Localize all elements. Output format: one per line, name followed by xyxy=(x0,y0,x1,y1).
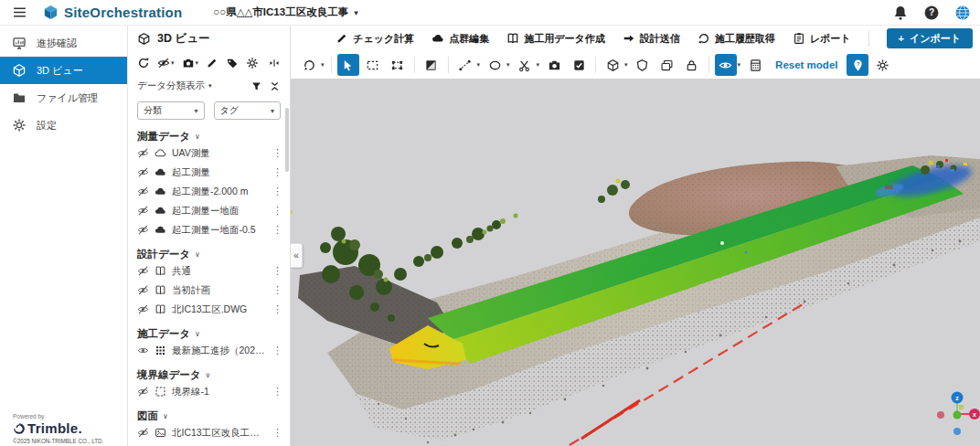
report-button[interactable]: レポート xyxy=(793,32,851,46)
tree-row[interactable]: 北IC13工区.DWG ⋮ xyxy=(137,300,284,319)
chevron-down-icon[interactable]: ▾ xyxy=(321,61,325,69)
cube-view-button[interactable] xyxy=(602,54,623,76)
construction-data-button[interactable]: 施工用データ作成 xyxy=(506,32,605,46)
eye-off-icon[interactable] xyxy=(137,303,149,315)
row-menu-icon[interactable]: ⋮ xyxy=(271,265,284,277)
collapse-all-icon[interactable] xyxy=(269,80,281,92)
polygon-select-button[interactable] xyxy=(387,54,409,76)
viewer-settings-button[interactable] xyxy=(871,54,893,76)
shield-button[interactable] xyxy=(632,54,654,76)
eye-off-icon[interactable] xyxy=(137,224,149,236)
contrast-tool-button[interactable] xyxy=(421,54,442,76)
tree-item-label: 当初計画 xyxy=(172,284,265,297)
eye-off-icon[interactable] xyxy=(137,186,149,197)
eye-off-icon[interactable] xyxy=(137,166,149,178)
import-button[interactable]: + インポート xyxy=(887,28,973,48)
layers-button[interactable] xyxy=(656,54,678,76)
row-menu-icon[interactable]: ⋮ xyxy=(271,186,284,197)
shape-tool-button[interactable] xyxy=(484,54,506,76)
tree-row[interactable]: 当初計画 ⋮ xyxy=(137,281,284,300)
row-menu-icon[interactable]: ⋮ xyxy=(271,205,284,217)
refresh-icon[interactable] xyxy=(137,57,150,69)
tree-section-drawings[interactable]: 図面 ∨ xyxy=(137,409,284,423)
panel-resize-icon[interactable] xyxy=(268,57,281,69)
chevron-down-icon[interactable]: ▾ xyxy=(537,61,540,69)
tag-icon[interactable] xyxy=(226,57,239,69)
app-logo[interactable]: SiteOrchestration xyxy=(42,4,182,21)
chevron-down-icon[interactable]: ▾ xyxy=(477,61,481,69)
tag-select[interactable]: タグ ▾ xyxy=(214,101,282,120)
tree-section-boundary[interactable]: 境界線データ ∨ xyxy=(137,368,284,382)
eye-icon[interactable] xyxy=(137,345,149,356)
eye-off-icon[interactable] xyxy=(137,427,149,439)
tree-row[interactable]: 北IC13工区改良工事-背景図 ⋮ xyxy=(137,423,284,442)
point-cloud-edit-button[interactable]: 点群編集 xyxy=(431,32,489,46)
rectangle-select-button[interactable] xyxy=(362,54,384,76)
notifications-bell-icon[interactable] xyxy=(892,5,909,21)
history-fetch-button[interactable]: 施工履歴取得 xyxy=(698,32,775,46)
tree-row[interactable]: 起工測量 ⋮ xyxy=(137,163,284,182)
tree-section-design[interactable]: 設計データ ∨ xyxy=(137,248,284,261)
sidebar-item-settings[interactable]: 設定 xyxy=(0,112,127,139)
row-menu-icon[interactable]: ⋮ xyxy=(271,303,284,315)
sidebar-item-progress[interactable]: 進捗確認 xyxy=(0,29,127,57)
tree-row[interactable]: 起工測量ー地面 ⋮ xyxy=(137,201,284,220)
cut-tool-button[interactable] xyxy=(514,54,536,76)
sidebar-item-3d-view[interactable]: 3D ビュー xyxy=(0,57,127,84)
select-tool-button[interactable] xyxy=(337,54,359,76)
chevron-down-icon[interactable]: ▾ xyxy=(624,61,628,69)
eye-off-icon[interactable] xyxy=(137,265,149,277)
hamburger-menu-icon[interactable] xyxy=(9,3,29,23)
annotate-check-button[interactable] xyxy=(568,54,590,76)
viewport-3d[interactable]: z x « xyxy=(291,79,980,446)
eye-off-icon[interactable] xyxy=(137,147,149,159)
tree-row[interactable]: UAV測量 ⋮ xyxy=(137,143,284,163)
visibility-button[interactable] xyxy=(715,54,737,76)
tree-row[interactable]: 起工測量-2.000 m ⋮ xyxy=(137,182,284,201)
tree-row[interactable]: 共通 ⋮ xyxy=(137,261,284,281)
measure-tool-button[interactable] xyxy=(454,54,476,76)
row-menu-icon[interactable]: ⋮ xyxy=(271,224,284,236)
check-calculation-button[interactable]: チェック計算 xyxy=(336,32,414,46)
hide-all-icon[interactable]: ▾ xyxy=(157,57,175,69)
tree-section-survey[interactable]: 測量データ ∨ xyxy=(137,130,284,143)
eye-off-icon[interactable] xyxy=(137,205,149,217)
panel-scrollbar[interactable] xyxy=(285,108,289,172)
design-send-button[interactable]: 設計送信 xyxy=(623,32,680,46)
tree-row[interactable]: 境界線-1 ⋮ xyxy=(137,382,284,401)
chevron-down-icon[interactable]: ▾ xyxy=(208,82,212,90)
tree-row[interactable]: 最新施工進捗（2025-07-17 1… ⋮ xyxy=(137,341,284,360)
calculator-button[interactable] xyxy=(744,54,766,76)
gear-icon[interactable] xyxy=(246,57,259,69)
category-select[interactable]: 分類 ▾ xyxy=(137,101,205,120)
chevron-down-icon[interactable]: ▾ xyxy=(171,59,175,67)
snapshot-button[interactable] xyxy=(543,54,565,76)
sidebar-item-files[interactable]: ファイル管理 xyxy=(0,84,127,112)
row-menu-icon[interactable]: ⋮ xyxy=(271,147,284,159)
row-menu-icon[interactable]: ⋮ xyxy=(271,345,284,356)
viewer-help-pin-button[interactable]: ? xyxy=(847,54,868,76)
row-menu-icon[interactable]: ⋮ xyxy=(271,284,284,296)
reset-model-link[interactable]: Reset model xyxy=(775,59,837,70)
row-menu-icon[interactable]: ⋮ xyxy=(271,427,284,439)
filter-funnel-icon[interactable] xyxy=(250,80,262,92)
eye-off-icon[interactable] xyxy=(137,284,149,296)
language-globe-icon[interactable] xyxy=(954,5,971,21)
camera-icon[interactable]: ▾ xyxy=(182,57,199,69)
chevron-down-icon[interactable]: ▾ xyxy=(196,59,199,67)
tree-row[interactable]: 起工測量ー地面-0.5 ⋮ xyxy=(137,220,284,239)
classification-label[interactable]: データ分類表示 xyxy=(137,80,205,92)
help-icon[interactable]: ? xyxy=(923,5,940,21)
row-menu-icon[interactable]: ⋮ xyxy=(271,166,284,178)
action-label: チェック計算 xyxy=(353,32,414,46)
orbit-tool-button[interactable] xyxy=(298,54,320,76)
row-menu-icon[interactable]: ⋮ xyxy=(271,386,284,398)
tree-section-construction[interactable]: 施工データ ∨ xyxy=(137,327,284,341)
project-selector[interactable]: ○○県△△市IC13工区改良工事 ▾ xyxy=(213,5,357,19)
chevron-down-icon[interactable]: ▾ xyxy=(738,61,741,69)
panel-collapse-button[interactable]: « xyxy=(291,243,303,268)
chevron-down-icon[interactable]: ▾ xyxy=(506,61,510,69)
pencil-icon[interactable] xyxy=(206,57,218,69)
eye-off-icon[interactable] xyxy=(137,386,149,398)
lock-button[interactable] xyxy=(681,54,703,76)
